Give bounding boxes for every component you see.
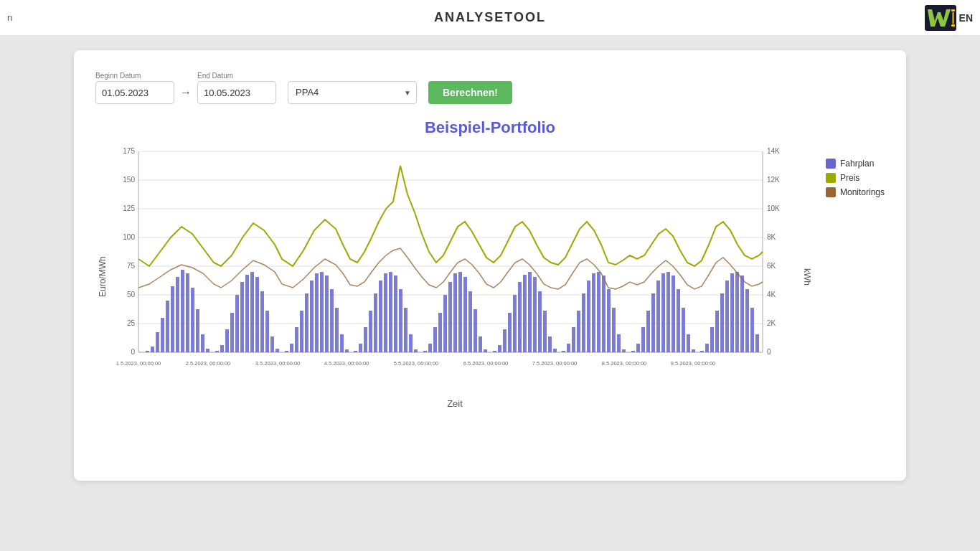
- svg-text:9.5.2023, 00:00:00: 9.5.2023, 00:00:00: [671, 360, 716, 367]
- nav-left: n: [7, 12, 12, 23]
- svg-rect-151: [725, 281, 729, 352]
- svg-rect-84: [369, 311, 372, 352]
- svg-rect-86: [379, 281, 382, 352]
- svg-text:150: 150: [123, 176, 135, 184]
- svg-rect-140: [666, 272, 670, 352]
- svg-rect-73: [310, 281, 314, 352]
- svg-rect-145: [692, 349, 695, 352]
- svg-text:4K: 4K: [767, 291, 776, 298]
- svg-rect-96: [433, 327, 437, 352]
- end-date-label: End Datum: [197, 72, 276, 80]
- svg-rect-60: [240, 282, 244, 352]
- svg-rect-87: [384, 273, 387, 352]
- date-range-group: Beginn Datum → End Datum: [95, 72, 276, 104]
- fahrplan-color-swatch: [826, 159, 836, 169]
- chart-title: Beispiel-Portfolio: [95, 118, 885, 137]
- svg-rect-107: [493, 351, 496, 352]
- svg-rect-49: [181, 270, 184, 352]
- svg-rect-126: [592, 273, 595, 352]
- svg-rect-113: [523, 275, 527, 352]
- y-axis-right-label: kWh: [800, 144, 814, 409]
- svg-rect-62: [250, 272, 254, 352]
- svg-rect-119: [553, 349, 557, 352]
- svg-rect-70: [295, 327, 298, 352]
- svg-rect-111: [513, 295, 517, 352]
- begin-date-field: Beginn Datum: [95, 72, 174, 104]
- svg-text:6K: 6K: [767, 262, 776, 270]
- svg-rect-125: [587, 281, 590, 352]
- svg-rect-106: [484, 349, 487, 352]
- svg-text:8K: 8K: [767, 233, 776, 241]
- monitorings-label: Monitorings: [840, 187, 885, 197]
- svg-rect-58: [230, 313, 234, 352]
- svg-rect-47: [171, 286, 174, 352]
- svg-rect-118: [548, 336, 552, 352]
- svg-rect-141: [672, 276, 675, 352]
- svg-text:7.5.2023, 00:00:00: 7.5.2023, 00:00:00: [532, 360, 578, 367]
- portfolio-select[interactable]: PPA4 PPA1 PPA2 PPA3: [288, 81, 417, 104]
- svg-rect-146: [700, 351, 704, 352]
- header-logo: EN: [925, 5, 973, 31]
- svg-text:5.5.2023, 00:00:00: 5.5.2023, 00:00:00: [394, 360, 439, 367]
- svg-rect-116: [538, 291, 542, 352]
- svg-rect-93: [414, 349, 418, 352]
- svg-text:25: 25: [127, 319, 136, 327]
- svg-rect-90: [399, 289, 402, 352]
- begin-date-input[interactable]: [95, 81, 174, 104]
- svg-rect-114: [528, 272, 532, 352]
- svg-text:0: 0: [131, 348, 135, 356]
- svg-rect-153: [735, 272, 739, 352]
- svg-rect-133: [631, 351, 635, 352]
- svg-rect-63: [255, 277, 259, 352]
- svg-rect-143: [682, 308, 685, 352]
- wi-logo-icon: [925, 5, 956, 31]
- chart-plot-area: 0 25 50 75 100 125 150 175 0 2K: [110, 144, 800, 409]
- svg-text:10K: 10K: [767, 204, 780, 212]
- svg-rect-157: [755, 334, 759, 352]
- svg-rect-144: [687, 334, 690, 352]
- svg-rect-44: [156, 332, 159, 352]
- svg-rect-92: [409, 334, 413, 352]
- legend-item-monitorings: Monitorings: [826, 187, 885, 197]
- chart-legend: Fahrplan Preis Monitorings: [826, 144, 885, 409]
- svg-text:3.5.2023, 00:00:00: 3.5.2023, 00:00:00: [255, 360, 301, 367]
- svg-text:75: 75: [127, 262, 136, 270]
- svg-rect-83: [364, 327, 367, 352]
- svg-rect-52: [196, 309, 199, 352]
- svg-rect-76: [325, 276, 329, 352]
- svg-rect-117: [543, 311, 547, 352]
- svg-text:2K: 2K: [767, 319, 776, 327]
- begin-date-label: Beginn Datum: [95, 72, 174, 80]
- svg-rect-55: [215, 351, 219, 352]
- svg-rect-150: [720, 293, 724, 352]
- svg-rect-51: [191, 288, 194, 352]
- svg-rect-108: [498, 345, 501, 352]
- svg-rect-80: [345, 349, 349, 352]
- analysis-card: Beginn Datum → End Datum PPA4 PPA1 PPA2 …: [74, 50, 906, 481]
- portfolio-select-wrapper: PPA4 PPA1 PPA2 PPA3 ▼: [288, 81, 417, 104]
- svg-rect-137: [651, 293, 655, 352]
- svg-rect-154: [740, 276, 744, 352]
- svg-rect-136: [646, 311, 650, 352]
- svg-rect-77: [330, 289, 334, 352]
- svg-rect-149: [715, 311, 719, 352]
- svg-rect-61: [245, 275, 249, 352]
- svg-rect-53: [201, 334, 204, 352]
- calculate-button[interactable]: Berechnen!: [428, 81, 512, 104]
- svg-rect-74: [315, 273, 319, 352]
- svg-rect-129: [607, 289, 611, 352]
- svg-rect-110: [508, 313, 512, 352]
- svg-rect-48: [176, 277, 179, 352]
- svg-rect-134: [636, 344, 640, 352]
- logo-text: EN: [959, 12, 973, 24]
- svg-rect-75: [320, 272, 324, 352]
- svg-rect-64: [260, 291, 264, 352]
- svg-rect-67: [275, 349, 279, 352]
- svg-text:50: 50: [127, 291, 136, 298]
- svg-rect-156: [750, 308, 754, 352]
- preis-label: Preis: [840, 173, 859, 183]
- svg-rect-66: [270, 336, 274, 352]
- end-date-input[interactable]: [197, 81, 276, 104]
- x-axis-label: Zeit: [110, 398, 800, 409]
- svg-rect-115: [533, 277, 537, 352]
